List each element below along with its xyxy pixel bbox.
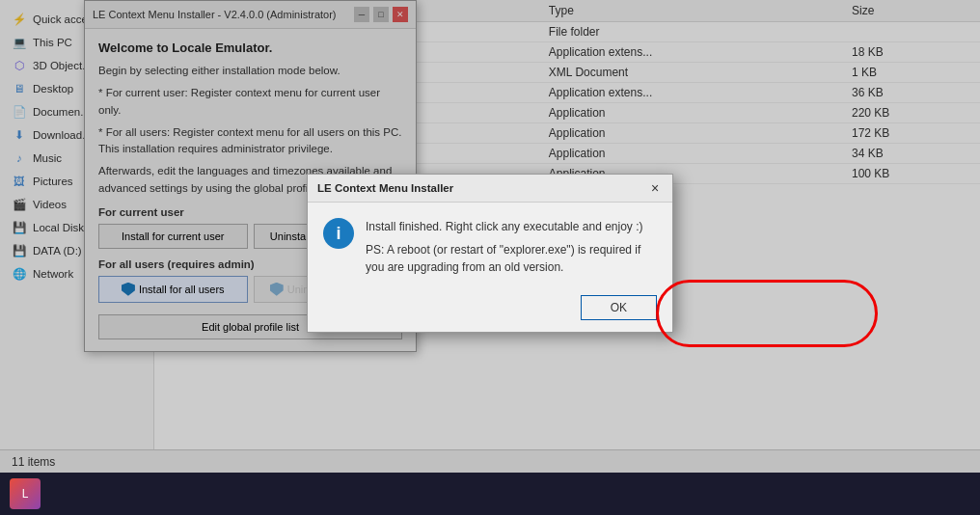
- taskbar: L: [0, 473, 980, 515]
- dialog-ok-label: OK: [611, 301, 627, 314]
- dialog-message1: Install finished. Right click any execut…: [366, 218, 657, 235]
- dialog-titlebar: LE Context Menu Installer ×: [308, 175, 672, 203]
- dialog-ok-button[interactable]: OK: [581, 295, 657, 320]
- taskbar-app-icon[interactable]: L: [10, 478, 41, 509]
- dialog-content: i Install finished. Right click any exec…: [308, 203, 672, 287]
- dialog-message2: PS: A reboot (or restart of "explorer.ex…: [366, 241, 657, 276]
- dialog-footer: OK: [308, 287, 672, 332]
- dialog-overlay: LE Context Menu Installer × i Install fi…: [0, 0, 980, 473]
- dialog-info-icon: i: [323, 218, 354, 249]
- dialog-close-label: ×: [651, 180, 659, 196]
- dialog-close-button[interactable]: ×: [647, 180, 663, 196]
- completion-dialog: LE Context Menu Installer × i Install fi…: [307, 174, 673, 333]
- dialog-text: Install finished. Right click any execut…: [366, 218, 657, 276]
- dialog-icon-label: i: [336, 224, 340, 244]
- taskbar-icon-label: L: [22, 487, 29, 501]
- dialog-title: LE Context Menu Installer: [317, 182, 453, 194]
